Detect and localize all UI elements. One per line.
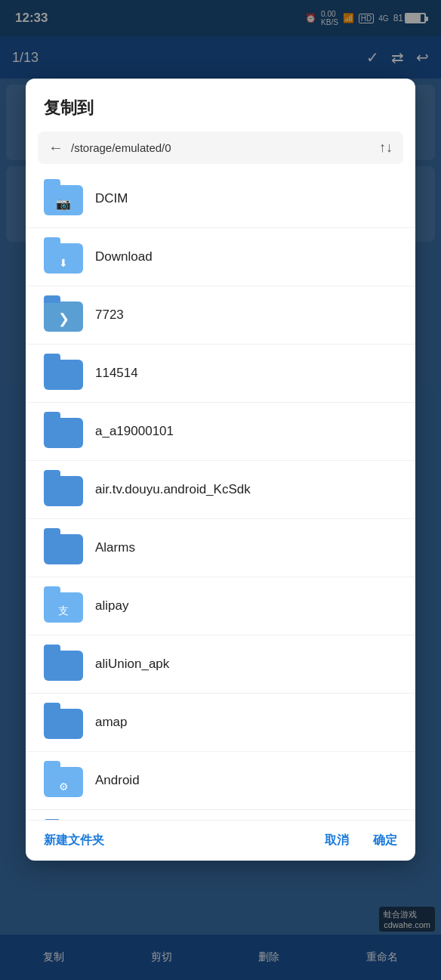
copy-to-dialog: 复制到 ← /storage/emulated/0 ↑↓ 📷 DCIM ⬇: [26, 79, 415, 861]
folder-icon-alipay: 支: [44, 589, 83, 623]
folder-name-alipay: alipay: [95, 598, 128, 614]
folder-icon-download: ⬇: [44, 240, 83, 274]
folder-item-114514[interactable]: 114514: [26, 345, 415, 403]
folder-item-android[interactable]: ⚙ Android: [26, 752, 415, 810]
folder-item-7723[interactable]: ❯ 7723: [26, 286, 415, 345]
folder-name-alarms: Alarms: [95, 540, 135, 555]
folder-name-android: Android: [95, 773, 140, 788]
folder-item-aa19000101[interactable]: a_a19000101: [26, 403, 415, 461]
folder-icon-aa19000101: [44, 415, 83, 448]
folder-name-download: Download: [95, 249, 153, 264]
folder-icon-114514: [44, 357, 83, 390]
folder-list: 📷 DCIM ⬇ Download ❯ 7723: [26, 170, 415, 820]
new-folder-button[interactable]: 新建文件夹: [44, 833, 104, 849]
folder-name-aa19000101: a_a19000101: [95, 424, 174, 439]
folder-item-alipay[interactable]: 支 alipay: [26, 577, 415, 635]
folder-name-aliunion: aliUnion_apk: [95, 657, 169, 672]
download-icon: ⬇: [59, 257, 68, 269]
folder-item-douyu[interactable]: air.tv.douyu.android_KcSdk: [26, 461, 415, 519]
dialog-footer: 新建文件夹 取消 确定: [26, 820, 415, 861]
dialog-footer-right: 取消 确定: [325, 833, 397, 849]
folder-icon-amap: [44, 706, 83, 739]
folder-item-download[interactable]: ⬇ Download: [26, 228, 415, 286]
special-badge-icon: ❯: [58, 311, 69, 327]
confirm-button[interactable]: 确定: [373, 833, 397, 849]
modal-overlay: 复制到 ← /storage/emulated/0 ↑↓ 📷 DCIM ⬇: [0, 0, 441, 980]
folder-name-amap: amap: [95, 715, 128, 730]
folder-item-amap[interactable]: amap: [26, 694, 415, 752]
path-bar: ← /storage/emulated/0 ↑↓: [38, 131, 403, 164]
folder-item-alarms[interactable]: Alarms: [26, 519, 415, 577]
folder-icon-douyu: [44, 473, 83, 506]
folder-icon-dcim: 📷: [44, 182, 83, 215]
sort-button[interactable]: ↑↓: [379, 140, 393, 156]
path-back-button[interactable]: ←: [48, 139, 63, 156]
folder-icon-alarms: [44, 531, 83, 564]
folder-item-dcim[interactable]: 📷 DCIM: [26, 170, 415, 228]
folder-icon-7723: ❯: [44, 298, 83, 332]
settings-badge-icon: ⚙: [59, 781, 69, 793]
folder-name-7723: 7723: [95, 308, 124, 323]
folder-icon-android: ⚙: [44, 764, 83, 797]
cancel-button[interactable]: 取消: [325, 833, 349, 849]
folder-name-dcim: DCIM: [95, 191, 128, 206]
folder-name-114514: 114514: [95, 366, 138, 381]
folder-item-aplayerlog[interactable]: aplayerlog: [26, 810, 415, 820]
folder-item-aliunion[interactable]: aliUnion_apk: [26, 635, 415, 694]
camera-icon: 📷: [56, 196, 71, 211]
alipay-badge-icon: 支: [58, 604, 69, 618]
current-path: /storage/emulated/0: [71, 141, 372, 154]
folder-icon-aliunion: [44, 648, 83, 681]
dialog-title: 复制到: [26, 79, 415, 131]
folder-name-douyu: air.tv.douyu.android_KcSdk: [95, 482, 251, 497]
